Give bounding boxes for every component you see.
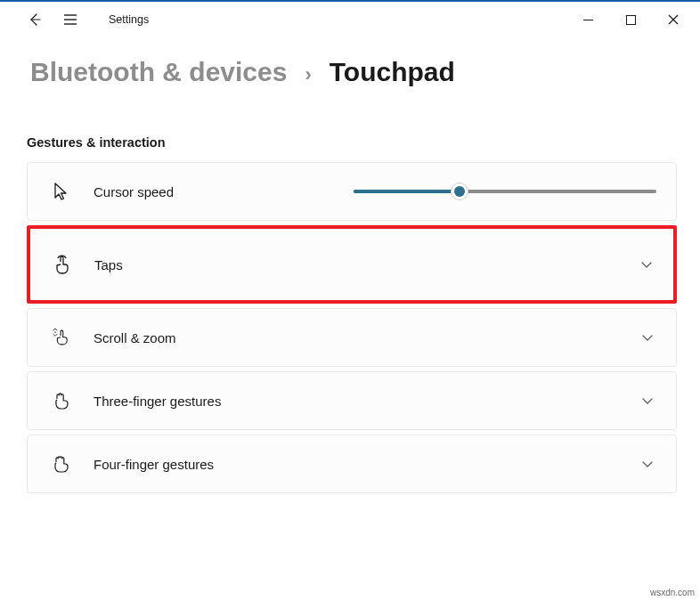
slider-fill xyxy=(354,190,460,193)
page-title: Touchpad xyxy=(330,57,455,87)
cursor-speed-label: Cursor speed xyxy=(94,184,174,199)
svg-point-8 xyxy=(54,332,55,333)
taps-card[interactable]: Taps xyxy=(27,225,677,304)
chevron-down-icon xyxy=(639,455,656,473)
slider-thumb[interactable] xyxy=(451,183,468,200)
back-button[interactable] xyxy=(25,10,45,29)
watermark: wsxdn.com xyxy=(650,588,695,597)
close-button[interactable] xyxy=(652,3,695,37)
cursor-speed-card[interactable]: Cursor speed xyxy=(27,162,677,221)
minimize-button[interactable] xyxy=(566,3,609,37)
chevron-right-icon: › xyxy=(305,63,311,86)
four-finger-label: Four-finger gestures xyxy=(94,457,214,472)
scroll-zoom-icon xyxy=(51,327,72,348)
svg-rect-5 xyxy=(626,15,635,24)
chevron-down-icon xyxy=(639,392,656,410)
three-finger-icon xyxy=(51,390,72,411)
taps-label: Taps xyxy=(94,257,123,272)
window-titlebar: Settings xyxy=(0,2,700,37)
titlebar-left: Settings xyxy=(5,10,149,29)
three-finger-label: Three-finger gestures xyxy=(94,394,221,409)
hamburger-icon xyxy=(63,13,77,26)
maximize-button[interactable] xyxy=(609,3,652,37)
scroll-zoom-label: Scroll & zoom xyxy=(94,330,176,345)
content-area: Gestures & interaction Cursor speed Taps xyxy=(0,96,700,493)
cursor-icon xyxy=(51,181,72,202)
maximize-icon xyxy=(626,15,636,25)
app-title: Settings xyxy=(109,13,149,26)
breadcrumb: Bluetooth & devices › Touchpad xyxy=(0,37,700,96)
minimize-icon xyxy=(583,15,593,25)
hamburger-menu-button[interactable] xyxy=(61,10,80,29)
close-icon xyxy=(668,14,679,25)
cursor-speed-slider[interactable] xyxy=(354,183,656,199)
breadcrumb-parent[interactable]: Bluetooth & devices xyxy=(30,57,287,87)
four-finger-card[interactable]: Four-finger gestures xyxy=(27,435,677,493)
slider-rail xyxy=(354,190,656,193)
arrow-left-icon xyxy=(28,12,42,27)
four-finger-icon xyxy=(51,453,72,475)
tap-icon xyxy=(52,254,73,275)
chevron-down-icon xyxy=(639,329,656,346)
three-finger-card[interactable]: Three-finger gestures xyxy=(27,371,677,430)
section-header: Gestures & interaction xyxy=(27,135,677,150)
scroll-zoom-card[interactable]: Scroll & zoom xyxy=(27,308,677,367)
chevron-down-icon xyxy=(638,256,655,273)
window-controls xyxy=(566,3,695,37)
